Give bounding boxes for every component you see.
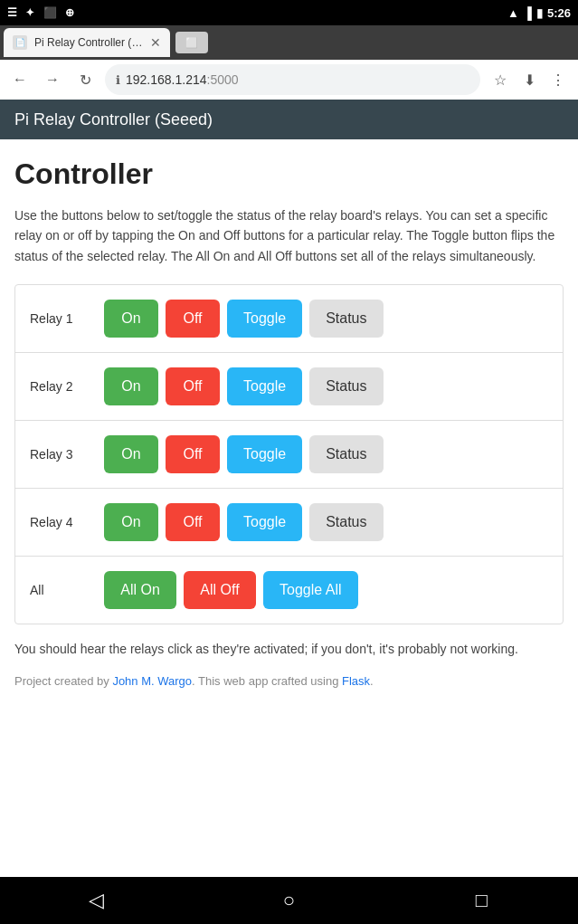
- new-tab-button[interactable]: ⬜: [175, 32, 208, 53]
- author-link[interactable]: John M. Wargo: [112, 674, 192, 688]
- footer-text: You should hear the relays click as they…: [14, 639, 564, 659]
- relay-all-buttons: All On All Off Toggle All: [104, 571, 358, 609]
- all-on-button[interactable]: All On: [104, 571, 176, 609]
- relay-4-label: Relay 4: [30, 515, 95, 529]
- credit-prefix: Project created by: [14, 674, 112, 688]
- page-header-title: Pi Relay Controller (Seeed): [14, 110, 213, 129]
- page-header: Pi Relay Controller (Seeed): [0, 100, 578, 139]
- relay-2-label: Relay 2: [30, 379, 95, 394]
- bookmark-button[interactable]: ☆: [488, 67, 513, 92]
- relay-row-all: All All On All Off Toggle All: [15, 557, 563, 624]
- relay-2-on-button[interactable]: On: [104, 367, 158, 405]
- relay-4-toggle-button[interactable]: Toggle: [227, 503, 302, 541]
- relay-row-2: Relay 2 On Off Toggle Status: [15, 353, 563, 421]
- back-nav-button[interactable]: ◁: [79, 882, 115, 919]
- recents-nav-button[interactable]: □: [464, 882, 500, 919]
- relay-table: Relay 1 On Off Toggle Status Relay 2 On …: [14, 284, 564, 624]
- relay-1-on-button[interactable]: On: [104, 300, 158, 338]
- battery-icon: ▮: [536, 6, 543, 20]
- relay-3-on-button[interactable]: On: [104, 435, 158, 473]
- relay-1-toggle-button[interactable]: Toggle: [227, 300, 302, 338]
- download-button[interactable]: ⬇: [516, 67, 542, 92]
- relay-3-label: Relay 3: [30, 447, 95, 462]
- relay-4-buttons: On Off Toggle Status: [104, 503, 384, 541]
- relay-4-status-button[interactable]: Status: [309, 503, 383, 541]
- secure-icon: ℹ: [116, 73, 120, 87]
- credit-middle: . This web app crafted using: [192, 674, 342, 688]
- wifi-icon: ▲: [507, 6, 519, 20]
- active-tab[interactable]: 📄 Pi Relay Controller (See ✕: [4, 28, 170, 57]
- relay-1-off-button[interactable]: Off: [166, 300, 220, 338]
- relay-row-1: Relay 1 On Off Toggle Status: [15, 285, 563, 353]
- url-text: 192.168.1.214:5000: [126, 72, 469, 87]
- relay-2-off-button[interactable]: Off: [166, 367, 220, 405]
- tab-bar: 📄 Pi Relay Controller (See ✕ ⬜: [0, 25, 578, 60]
- relay-2-buttons: On Off Toggle Status: [104, 367, 384, 405]
- android-nav: ◁ ○ □: [0, 877, 578, 924]
- relay-row-3: Relay 3 On Off Toggle Status: [15, 421, 563, 489]
- relay-1-label: Relay 1: [30, 311, 95, 326]
- framework-link[interactable]: Flask: [342, 674, 370, 688]
- relay-3-buttons: On Off Toggle Status: [104, 435, 384, 473]
- new-tab-icon: ⬜: [185, 37, 198, 49]
- app-icons: ☰ ✦ ⬛ ⊕: [7, 6, 77, 19]
- relay-3-status-button[interactable]: Status: [309, 435, 383, 473]
- time: 5:26: [547, 6, 571, 20]
- browser-actions: ☆ ⬇ ⋮: [488, 67, 571, 92]
- url-bar[interactable]: ℹ 192.168.1.214:5000: [105, 64, 480, 95]
- relay-all-label: All: [30, 583, 95, 597]
- relay-4-off-button[interactable]: Off: [166, 503, 220, 541]
- relay-1-buttons: On Off Toggle Status: [104, 300, 384, 338]
- back-button[interactable]: ←: [7, 67, 33, 92]
- menu-button[interactable]: ⋮: [545, 67, 571, 92]
- page-icon: 📄: [15, 38, 25, 47]
- relay-2-toggle-button[interactable]: Toggle: [227, 367, 302, 405]
- reload-button[interactable]: ↻: [72, 67, 98, 92]
- status-bar-left: ☰ ✦ ⬛ ⊕: [7, 6, 77, 19]
- home-nav-button[interactable]: ○: [271, 882, 308, 919]
- credit-text: Project created by John M. Wargo. This w…: [14, 674, 564, 688]
- relay-3-off-button[interactable]: Off: [166, 435, 220, 473]
- status-bar-right: ▲ ▐ ▮ 5:26: [507, 6, 571, 20]
- page-description: Use the buttons below to set/toggle the …: [14, 205, 564, 266]
- relay-4-on-button[interactable]: On: [104, 503, 158, 541]
- relay-2-status-button[interactable]: Status: [309, 367, 383, 405]
- main-content: Controller Use the buttons below to set/…: [0, 139, 578, 877]
- address-bar: ← → ↻ ℹ 192.168.1.214:5000 ☆ ⬇ ⋮: [0, 60, 578, 100]
- signal-icon: ▐: [524, 6, 532, 20]
- forward-button[interactable]: →: [40, 67, 65, 92]
- page-title: Controller: [14, 157, 564, 191]
- url-domain: 192.168.1.214: [126, 72, 207, 87]
- credit-suffix: .: [370, 674, 374, 688]
- tab-title: Pi Relay Controller (See: [34, 36, 143, 49]
- relay-row-4: Relay 4 On Off Toggle Status: [15, 489, 563, 557]
- status-bar: ☰ ✦ ⬛ ⊕ ▲ ▐ ▮ 5:26: [0, 0, 578, 25]
- tab-favicon: 📄: [13, 35, 27, 50]
- relay-1-status-button[interactable]: Status: [309, 300, 383, 338]
- all-off-button[interactable]: All Off: [184, 571, 256, 609]
- url-path: :5000: [207, 72, 239, 87]
- relay-3-toggle-button[interactable]: Toggle: [227, 435, 302, 473]
- browser-chrome: 📄 Pi Relay Controller (See ✕ ⬜ ← → ↻ ℹ 1…: [0, 25, 578, 100]
- toggle-all-button[interactable]: Toggle All: [263, 571, 358, 609]
- tab-close-button[interactable]: ✕: [150, 36, 161, 49]
